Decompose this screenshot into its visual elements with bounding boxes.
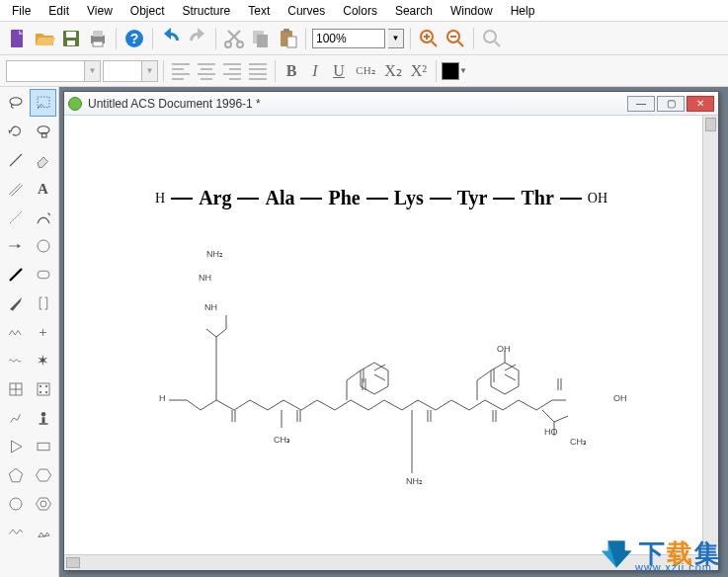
formula-button[interactable]: CH₂ (352, 59, 379, 83)
svg-rect-30 (38, 271, 49, 279)
align-left-icon[interactable] (169, 59, 193, 83)
multi-bond-icon[interactable] (2, 175, 29, 203)
maximize-button[interactable]: ▢ (657, 96, 685, 112)
menu-help[interactable]: Help (503, 2, 543, 20)
chain-open-icon[interactable] (2, 519, 29, 546)
chem-label: CH₃ (570, 438, 587, 447)
marquee-tool-icon[interactable] (30, 89, 56, 117)
svg-point-35 (40, 391, 41, 393)
pen-tool-icon[interactable] (30, 204, 56, 231)
redo-icon[interactable] (186, 27, 209, 50)
open-icon[interactable] (33, 27, 56, 50)
chevron-down-icon[interactable]: ▼ (459, 66, 467, 75)
circle-tool-icon[interactable] (30, 232, 56, 260)
drawing-canvas[interactable]: H Arg Ala Phe Lys Tyr Thr (64, 116, 702, 554)
superscript-button[interactable]: X² (407, 59, 431, 83)
undo-icon[interactable] (159, 27, 183, 50)
wedge-bond-icon[interactable] (2, 204, 29, 231)
document-titlebar[interactable]: Untitled ACS Document 1996-1 * — ▢ ✕ (64, 92, 718, 116)
arrow-tool-icon[interactable] (2, 232, 29, 260)
save-icon[interactable] (59, 27, 83, 50)
bracket-tool-icon[interactable] (30, 289, 56, 317)
grid-select-icon[interactable] (30, 375, 56, 403)
zoom-input[interactable] (312, 29, 385, 48)
cut-icon[interactable] (222, 27, 246, 50)
font-size-combo[interactable]: ▼ (103, 60, 158, 82)
close-button[interactable]: ✕ (687, 96, 714, 112)
pentagon-tool-icon[interactable] (2, 461, 29, 489)
mdi-area: Untitled ACS Document 1996-1 * — ▢ ✕ H A… (59, 87, 728, 577)
structure-lasso-icon[interactable] (30, 118, 56, 145)
menu-text[interactable]: Text (240, 2, 278, 20)
chem-label: NH (204, 303, 217, 312)
rounded-rect-icon[interactable] (30, 261, 56, 288)
zoom-out-icon[interactable] (444, 27, 467, 50)
svg-point-28 (38, 240, 49, 252)
residue: Phe (328, 187, 360, 209)
menu-object[interactable]: Object (122, 2, 173, 20)
menu-search[interactable]: Search (387, 2, 441, 20)
wedge-solid-icon[interactable] (2, 289, 29, 317)
bold-button[interactable]: B (281, 59, 302, 83)
align-justify-icon[interactable] (246, 59, 270, 83)
menu-curves[interactable]: Curves (280, 2, 333, 20)
benzene-tool-icon[interactable] (30, 490, 56, 518)
plus-tool-icon[interactable]: + (30, 318, 56, 346)
copy-icon[interactable] (249, 27, 273, 50)
menu-window[interactable]: Window (443, 2, 501, 20)
text-tool-icon[interactable]: A (30, 175, 56, 203)
fragment-tool-icon[interactable] (2, 404, 29, 432)
peptide-bond-icon (171, 198, 193, 200)
new-document-icon[interactable] (6, 27, 30, 50)
paste-icon[interactable] (276, 27, 299, 50)
align-right-icon[interactable] (220, 59, 244, 83)
svg-rect-3 (67, 41, 75, 45)
atom-label-icon[interactable] (30, 404, 56, 432)
tool-palette: A + ✶ (0, 87, 59, 577)
svg-rect-6 (93, 41, 103, 46)
wavy-bond-icon[interactable] (2, 347, 29, 374)
svg-rect-2 (66, 32, 76, 38)
table-tool-icon[interactable] (2, 375, 29, 403)
residue: Ala (265, 187, 294, 209)
minimize-button[interactable]: — (627, 96, 655, 112)
separator (305, 28, 306, 49)
template-tool-icon[interactable]: ✶ (30, 347, 56, 374)
subscript-button[interactable]: X₂ (381, 59, 405, 83)
chevron-down-icon: ▼ (84, 61, 100, 81)
chain-tool-icon[interactable] (2, 318, 29, 346)
italic-button[interactable]: I (304, 59, 326, 83)
font-family-combo[interactable]: ▼ (6, 60, 101, 82)
rect-tool-icon[interactable] (30, 433, 56, 460)
help-icon[interactable]: ? (122, 27, 146, 50)
menu-file[interactable]: File (4, 2, 39, 20)
svg-rect-12 (257, 35, 268, 47)
circle2-tool-icon[interactable] (2, 490, 29, 518)
horizontal-scrollbar[interactable] (64, 554, 718, 570)
menu-edit[interactable]: Edit (40, 2, 77, 20)
chem-label: H (159, 394, 166, 403)
svg-rect-39 (38, 443, 49, 451)
lasso-tool-icon[interactable] (2, 89, 29, 117)
zoom-in-icon[interactable] (417, 27, 441, 50)
underline-button[interactable]: U (328, 59, 350, 83)
zoom-fit-icon[interactable] (480, 27, 504, 50)
svg-point-37 (40, 412, 45, 417)
chain-closed-icon[interactable] (30, 519, 56, 546)
menu-structure[interactable]: Structure (175, 2, 239, 20)
align-center-icon[interactable] (195, 59, 218, 83)
rotate-tool-icon[interactable] (2, 118, 29, 145)
vertical-scrollbar[interactable] (702, 116, 718, 554)
menu-colors[interactable]: Colors (335, 2, 385, 20)
print-icon[interactable] (86, 27, 110, 50)
bond-tool-icon[interactable] (2, 146, 29, 174)
eraser-tool-icon[interactable] (30, 146, 56, 174)
solid-bond-icon[interactable] (2, 261, 29, 288)
hexagon-tool-icon[interactable] (30, 461, 56, 489)
separator (215, 28, 216, 49)
menu-view[interactable]: View (79, 2, 121, 20)
svg-line-23 (10, 154, 22, 166)
play-tool-icon[interactable] (2, 433, 29, 460)
color-swatch[interactable] (442, 62, 459, 80)
zoom-dropdown-icon[interactable]: ▼ (388, 29, 404, 48)
